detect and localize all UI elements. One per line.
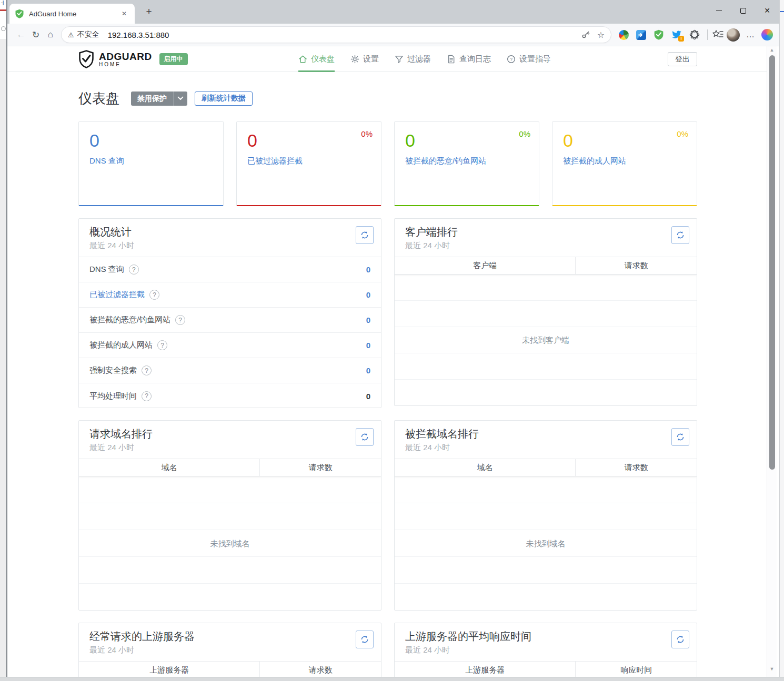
back-icon[interactable]: ← bbox=[14, 29, 28, 40]
svg-text:?: ? bbox=[510, 56, 512, 62]
empty-state-message: 未找到域名 bbox=[519, 537, 573, 550]
address-bar[interactable]: ⚠ 不安全 192.168.3.51:880 ☆ bbox=[61, 26, 611, 43]
row-label: 强制安全搜索 bbox=[89, 365, 137, 375]
filter-funnel-icon bbox=[395, 55, 404, 64]
stat-label[interactable]: 被拦截的成人网站 bbox=[563, 156, 686, 166]
table-row bbox=[79, 503, 381, 530]
favorites-hub-icon[interactable] bbox=[712, 29, 723, 40]
browser-toolbar: ← ↻ ⌂ ⚠ 不安全 192.168.3.51:880 ☆ bbox=[7, 24, 779, 46]
refresh-icon bbox=[676, 231, 685, 239]
page-scrollbar[interactable]: ▲ ▼ bbox=[767, 46, 777, 677]
nav-dashboard[interactable]: 仪表盘 bbox=[298, 46, 335, 72]
nav-filters[interactable]: 过滤器 bbox=[395, 46, 431, 72]
brand-name: ADGUARD bbox=[99, 52, 152, 62]
home-icon[interactable]: ⌂ bbox=[43, 29, 58, 40]
new-tab-button[interactable]: + bbox=[142, 5, 156, 19]
panel-subtitle: 最近 24 小时 bbox=[89, 443, 370, 453]
url-text[interactable]: 192.168.3.51:880 bbox=[108, 31, 581, 39]
background-text-fragment: -| bbox=[1, 0, 4, 5]
stat-label[interactable]: 被拦截的恶意/钓鱼网站 bbox=[405, 156, 528, 166]
column-header: 客户端 bbox=[395, 257, 576, 274]
security-label[interactable]: 不安全 bbox=[77, 30, 99, 39]
scrollbar-up-arrow[interactable]: ▲ bbox=[767, 47, 777, 53]
tab-strip: AdGuard Home ✕ + ✕ bbox=[7, 0, 779, 24]
nav-settings[interactable]: 设置 bbox=[350, 46, 379, 72]
table-row bbox=[395, 353, 697, 380]
empty-state-message: 未找到域名 bbox=[203, 537, 257, 550]
panel-subtitle: 最近 24 小时 bbox=[405, 645, 686, 655]
adguard-logo-shield-icon bbox=[78, 50, 94, 68]
scrollbar-thumb[interactable] bbox=[769, 55, 775, 470]
download-manager-extension-icon[interactable] bbox=[636, 30, 646, 40]
help-tooltip-icon[interactable]: ? bbox=[129, 265, 139, 275]
disable-protection-label[interactable]: 禁用保护 bbox=[131, 92, 173, 106]
protection-dropdown-button[interactable] bbox=[173, 92, 187, 106]
panel-subtitle: 最近 24 小时 bbox=[89, 645, 370, 655]
overview-row: 已被过滤器拦截? 0 bbox=[79, 282, 381, 308]
help-tooltip-icon[interactable]: ? bbox=[175, 315, 185, 325]
row-value: 0 bbox=[366, 316, 370, 324]
window-bottom-edge bbox=[0, 677, 784, 681]
bird-extension-icon[interactable]: ! bbox=[671, 29, 682, 40]
nav-label: 设置指导 bbox=[519, 54, 551, 64]
window-maximize-button[interactable] bbox=[731, 0, 755, 21]
row-value: 0 bbox=[366, 290, 370, 299]
refresh-icon bbox=[360, 433, 369, 441]
browser-menu-icon[interactable]: … bbox=[746, 30, 755, 39]
table-row bbox=[395, 275, 697, 301]
row-label-link[interactable]: 已被过滤器拦截 bbox=[89, 290, 145, 300]
panel-refresh-button[interactable] bbox=[356, 631, 374, 648]
tab-title: AdGuard Home bbox=[29, 10, 119, 18]
idm-extension-icon[interactable] bbox=[619, 30, 629, 40]
profile-avatar[interactable] bbox=[727, 28, 740, 42]
password-key-icon[interactable] bbox=[581, 31, 590, 39]
reload-icon[interactable]: ↻ bbox=[28, 29, 43, 40]
refresh-icon bbox=[360, 635, 369, 644]
background-window-left: -| bbox=[0, 0, 7, 681]
panel-refresh-button[interactable] bbox=[356, 428, 374, 446]
browser-tab[interactable]: AdGuard Home ✕ bbox=[9, 4, 135, 24]
panel-refresh-button[interactable] bbox=[671, 631, 689, 648]
disable-protection-button[interactable]: 禁用保护 bbox=[131, 92, 187, 106]
nav-query-log[interactable]: 查询日志 bbox=[447, 46, 491, 72]
panel-grid: 概况统计 最近 24 小时 DNS 查询? 0 bbox=[78, 218, 697, 681]
toolbar-divider bbox=[707, 29, 708, 40]
stat-percent: 0% bbox=[677, 129, 688, 138]
help-tooltip-icon[interactable]: ? bbox=[157, 340, 167, 350]
panel-subtitle: 最近 24 小时 bbox=[405, 241, 686, 251]
refresh-icon bbox=[676, 635, 685, 644]
adguard-extension-icon[interactable] bbox=[654, 29, 664, 40]
background-red-line bbox=[0, 9, 6, 11]
stat-label[interactable]: 已被过滤器拦截 bbox=[247, 156, 370, 166]
logout-button[interactable]: 登出 bbox=[668, 52, 697, 66]
add-favorite-star-icon[interactable]: ☆ bbox=[597, 30, 605, 40]
stat-label[interactable]: DNS 查询 bbox=[89, 156, 213, 166]
panel-refresh-button[interactable] bbox=[356, 226, 374, 244]
panel-refresh-button[interactable] bbox=[671, 226, 689, 244]
refresh-statistics-button[interactable]: 刷新统计数据 bbox=[195, 92, 253, 106]
row-label: 平均处理时间 bbox=[89, 391, 137, 401]
overview-row: 强制安全搜索? 0 bbox=[79, 358, 381, 383]
nav-label: 过滤器 bbox=[407, 54, 431, 64]
row-value: 0 bbox=[366, 392, 370, 401]
column-header: 请求数 bbox=[576, 257, 697, 274]
empty-state-message: 未找到客户端 bbox=[515, 334, 577, 347]
status-badge: 启用中 bbox=[159, 53, 188, 65]
window-minimize-button[interactable] bbox=[707, 0, 731, 21]
extensions-puzzle-icon[interactable] bbox=[689, 29, 700, 40]
nav-setup-guide[interactable]: ? 设置指导 bbox=[507, 46, 551, 72]
row-label: 被拦截的恶意/钓鱼网站 bbox=[89, 315, 170, 325]
scrollbar-down-arrow[interactable]: ▼ bbox=[767, 666, 777, 672]
row-label: DNS 查询 bbox=[89, 265, 124, 275]
column-header: 域名 bbox=[395, 459, 576, 476]
overview-row: 被拦截的恶意/钓鱼网站? 0 bbox=[79, 308, 381, 333]
tab-close-icon[interactable]: ✕ bbox=[119, 9, 129, 18]
refresh-icon bbox=[676, 433, 685, 441]
adguard-logo[interactable]: ADGUARD HOME 启用中 bbox=[78, 50, 188, 68]
panel-refresh-button[interactable] bbox=[671, 428, 689, 446]
copilot-icon[interactable] bbox=[761, 29, 773, 40]
help-tooltip-icon[interactable]: ? bbox=[149, 290, 159, 300]
help-tooltip-icon[interactable]: ? bbox=[142, 391, 152, 401]
window-close-button[interactable]: ✕ bbox=[755, 0, 779, 21]
help-tooltip-icon[interactable]: ? bbox=[142, 365, 152, 375]
